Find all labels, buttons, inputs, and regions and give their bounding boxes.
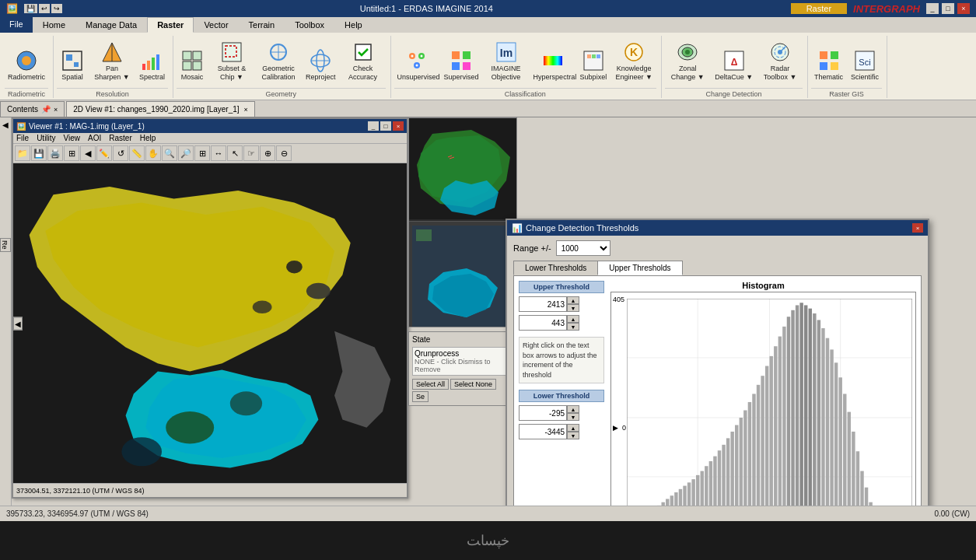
tab-help[interactable]: Help [334,17,373,33]
viewer-menu-file[interactable]: File [16,134,29,142]
btn-unsupervised[interactable]: Unsupervised [394,47,439,83]
tool-arrow[interactable]: ↖ [227,145,243,161]
viewer-menu-help[interactable]: Help [140,134,156,142]
btn-pan-sharpen[interactable]: Pan Sharpen ▼ [89,38,135,83]
lower-value-1-input[interactable]: -295 [519,405,567,421]
spinbox-3-down[interactable]: ▼ [567,413,579,421]
tab-toolbox[interactable]: Toolbox [285,17,334,33]
btn-subpixel[interactable]: Subpixel [577,47,610,83]
btn-thematic[interactable]: Thematic [811,47,846,83]
viewer-menu-view[interactable]: View [64,134,81,142]
btn-reproject[interactable]: Reproject [303,47,339,83]
btn-zonal-change[interactable]: Zonal Change ▼ [665,38,710,83]
tool-select[interactable]: ✏️ [96,145,112,161]
tool-open[interactable]: 📁 [15,145,30,161]
svg-rect-31 [463,51,471,59]
viewer-close-btn[interactable]: × [393,121,404,131]
tool-prev[interactable]: ◀ [80,145,96,161]
tab-upper-thresholds[interactable]: Upper Thresholds [597,261,682,275]
dialog-close-btn[interactable]: × [912,223,923,233]
btn-supervised[interactable]: Supervised [441,47,482,83]
tab-terrain[interactable]: Terrain [239,17,285,33]
tool-zoom-fit[interactable]: ↔ [211,145,226,161]
mosaic-label: Mosaic [181,73,204,82]
se-btn[interactable]: Se [412,391,429,402]
re-collapse-btn[interactable]: Re [0,238,11,252]
lower-value-2-input[interactable]: -3445 [519,424,567,439]
spinbox-4-up[interactable]: ▲ [567,424,579,432]
side-arrow-btn[interactable]: ◀ [13,317,23,330]
sidebar-collapse-btn[interactable]: ◀ [2,121,10,129]
select-all-btn[interactable]: Select All [412,379,449,390]
svg-rect-104 [701,471,704,506]
tool-save[interactable]: 💾 [31,145,47,161]
tool-pan[interactable]: ✋ [145,145,161,161]
svg-text:Im: Im [499,47,512,59]
map-svg [13,163,407,483]
btn-radar-toolbox[interactable]: Radar Toolbox ▼ [757,38,803,83]
tool-zoom-minus[interactable]: ⊖ [276,145,292,161]
quick-access-btn2[interactable]: ↩ [39,4,50,13]
viewer-menu-raster[interactable]: Raster [109,134,131,142]
view-2d-close[interactable]: × [244,106,248,114]
btn-spectral[interactable]: Spectral [136,47,168,83]
svg-rect-37 [584,51,603,70]
svg-point-45 [685,50,690,54]
spinbox-2-up[interactable]: ▲ [567,315,579,323]
tab-vector[interactable]: Vector [194,17,238,33]
viewer-minimize-btn[interactable]: _ [368,121,379,131]
spatial-icon [60,48,85,73]
tool-zoom-in[interactable]: 🔍 [162,145,177,161]
spinbox-4-down[interactable]: ▼ [567,432,579,439]
viewer-maximize-btn[interactable]: □ [380,121,391,131]
range-select[interactable]: 1000 500 2000 5000 [556,240,610,256]
upper-value-2-input[interactable]: 443 [519,315,567,331]
spinbox-3-up[interactable]: ▲ [567,405,579,413]
tool-measure[interactable]: 📏 [129,145,145,161]
contents-pin-btn[interactable]: 📌 [41,105,51,114]
close-btn[interactable]: × [957,3,970,14]
tool-fit[interactable]: ⊞ [64,145,79,161]
tool-hand[interactable]: ☞ [243,145,259,161]
btn-check-accuracy[interactable]: Check Accuracy [341,38,386,83]
quick-access-btn[interactable]: 💾 [24,4,37,13]
spinbox-1-up[interactable]: ▲ [567,296,579,304]
tool-grid[interactable]: ⊞ [194,145,210,161]
spinbox-2-down[interactable]: ▼ [567,323,579,331]
upper-value-1-input[interactable]: 2413 [519,296,567,312]
maximize-btn[interactable]: □ [942,3,954,14]
tool-zoom-out[interactable]: 🔎 [178,145,194,161]
quick-access-btn3[interactable]: ↪ [51,4,62,13]
btn-knowledge-eng[interactable]: K Knowledge Engineer ▼ [611,38,656,83]
btn-geometric-cal[interactable]: Geometric Calibration [256,38,301,83]
btn-radiometric[interactable]: Radiometric [5,47,48,83]
btn-scientific[interactable]: Sci Scientific [848,47,882,83]
viewer-menu-utility[interactable]: Utility [37,134,55,142]
svg-rect-12 [193,51,201,60]
imagine-obj-icon: Im [494,40,519,65]
btn-imagine-obj[interactable]: Im IMAGINE Objective [484,38,529,83]
btn-spatial[interactable]: Spatial [57,47,88,83]
tab-lower-thresholds[interactable]: Lower Thresholds [513,261,598,275]
tab-manage-data[interactable]: Manage Data [75,17,147,33]
tab-home[interactable]: Home [33,17,75,33]
btn-mosaic[interactable]: Mosaic [177,47,208,83]
btn-deltacue[interactable]: Δ DeltaCue ▼ [712,47,756,83]
viewer-menubar: File Utility View AOI Raster Help [13,133,407,144]
dialog-left-controls: Upper Threshold 2413 ▲ ▼ 443 [519,281,604,506]
view-2d-tab[interactable]: 2D View #1: changes_1990_2020.img [Layer… [66,101,255,117]
tool-rotate[interactable]: ↺ [113,145,128,161]
select-none-btn[interactable]: Select None [450,379,496,390]
tab-file[interactable]: File [0,17,33,33]
svg-rect-13 [183,61,191,70]
spinbox-1-down[interactable]: ▼ [567,304,579,312]
tab-raster[interactable]: Raster [147,17,194,33]
tool-zoom-window[interactable]: ⊕ [260,145,275,161]
minimize-btn[interactable]: _ [926,3,939,14]
btn-subset-chip[interactable]: Subset & Chip ▼ [209,38,254,83]
contents-tab[interactable]: Contents 📌 × [0,101,65,117]
contents-close-icon[interactable]: × [54,106,58,114]
btn-hyperspectral[interactable]: Hyperspectral [530,47,575,83]
viewer-menu-aoi[interactable]: AOI [88,134,101,142]
tool-print[interactable]: 🖨️ [47,145,63,161]
